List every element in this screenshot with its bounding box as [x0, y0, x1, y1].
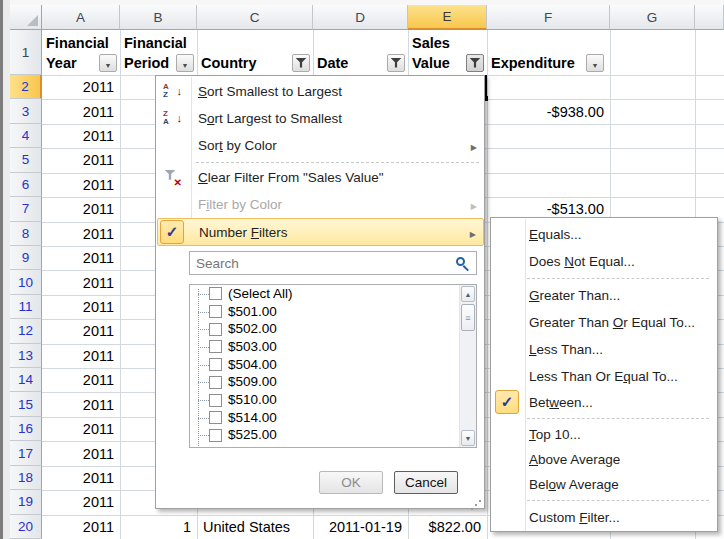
value-checkbox[interactable]: [209, 394, 222, 407]
column-header-A[interactable]: A: [42, 5, 120, 30]
scrollbar-up-button[interactable]: [461, 286, 475, 302]
filter-button-E[interactable]: [466, 54, 484, 72]
cell-A5[interactable]: 2011: [42, 148, 120, 172]
list-item-select-all[interactable]: (Select All): [190, 285, 459, 303]
menu-item-clear-filter-from-sales-value[interactable]: ✕Clear Filter From "Sales Value": [157, 164, 484, 191]
row-header-18[interactable]: 18: [10, 466, 42, 490]
submenu-item-below-average[interactable]: Below Average: [492, 471, 717, 497]
row-header-2[interactable]: 2: [10, 75, 42, 99]
submenu-item-above-average[interactable]: Above Average: [492, 446, 717, 472]
value-checkbox[interactable]: [209, 411, 222, 424]
value-checkbox[interactable]: [209, 323, 222, 336]
cell-A2[interactable]: 2011: [42, 75, 120, 99]
row-header-19[interactable]: 19: [10, 490, 42, 514]
submenu-item-greater-than-or-equal-to[interactable]: Greater Than Or Equal To...: [492, 309, 717, 335]
row-header-6[interactable]: 6: [10, 173, 42, 197]
filter-button-B[interactable]: [176, 54, 194, 72]
value-checkbox[interactable]: [209, 287, 222, 300]
submenu-item-equals[interactable]: Equals...: [492, 221, 717, 247]
header-cell-E[interactable]: SalesValue: [408, 30, 487, 75]
cell-A3[interactable]: 2011: [42, 99, 120, 123]
cell-A7[interactable]: 2011: [42, 197, 120, 221]
cell-A19[interactable]: 2011: [42, 490, 120, 514]
cell-A4[interactable]: 2011: [42, 124, 120, 148]
filter-button-F[interactable]: [586, 54, 604, 72]
row-header-3[interactable]: 3: [10, 99, 42, 123]
cell-A9[interactable]: 2011: [42, 246, 120, 270]
row-header-14[interactable]: 14: [10, 368, 42, 392]
row-header-11[interactable]: 11: [10, 295, 42, 319]
cell-A14[interactable]: 2011: [42, 368, 120, 392]
column-header-D[interactable]: D: [313, 5, 408, 30]
cell-A10[interactable]: 2011: [42, 270, 120, 294]
list-item-514-00[interactable]: $514.00: [190, 409, 459, 427]
row-header-5[interactable]: 5: [10, 148, 42, 172]
submenu-item-greater-than[interactable]: Greater Than...: [492, 282, 717, 308]
cell-A16[interactable]: 2011: [42, 417, 120, 441]
list-item-509-00[interactable]: $509.00: [190, 374, 459, 392]
row-header-9[interactable]: 9: [10, 246, 42, 270]
cell-A8[interactable]: 2011: [42, 222, 120, 246]
cell-A11[interactable]: 2011: [42, 295, 120, 319]
row-header-15[interactable]: 15: [10, 392, 42, 416]
list-item-501-00[interactable]: $501.00: [190, 303, 459, 321]
scrollbar-thumb[interactable]: [461, 304, 475, 331]
filter-button-A[interactable]: [99, 54, 117, 72]
filter-button-D[interactable]: [387, 54, 405, 72]
cell-E20[interactable]: $822.00: [408, 515, 487, 539]
header-cell-A[interactable]: FinancialYear: [42, 30, 120, 75]
row-header-4[interactable]: 4: [10, 124, 42, 148]
menu-item-number-filters[interactable]: Number Filters: [157, 218, 484, 246]
menu-item-sort-smallest-to-largest[interactable]: AZ↓Sort Smallest to Largest: [157, 78, 484, 105]
row-header-12[interactable]: 12: [10, 319, 42, 343]
header-cell-B[interactable]: FinancialPeriod: [120, 30, 197, 75]
header-cell-C[interactable]: Country: [197, 30, 313, 75]
column-header-G[interactable]: G: [610, 5, 695, 30]
value-checkbox[interactable]: [209, 340, 222, 353]
submenu-item-less-than[interactable]: Less Than...: [492, 336, 717, 362]
column-header-C[interactable]: C: [197, 5, 313, 30]
select-all-corner[interactable]: [10, 5, 42, 30]
menu-item-sort-by-color[interactable]: Sort by Color: [157, 132, 484, 159]
column-header-H[interactable]: [695, 5, 724, 30]
row-header-20[interactable]: 20: [10, 515, 42, 539]
value-checkbox[interactable]: [209, 358, 222, 371]
ok-button[interactable]: OK: [319, 471, 383, 494]
list-item-502-00[interactable]: $502.00: [190, 320, 459, 338]
cell-A20[interactable]: 2011: [42, 515, 120, 539]
submenu-item-between[interactable]: Between...: [492, 389, 717, 415]
filter-button-C[interactable]: [292, 54, 310, 72]
cell-A18[interactable]: 2011: [42, 466, 120, 490]
header-cell-F[interactable]: Expenditure: [487, 30, 607, 75]
column-header-B[interactable]: B: [120, 5, 197, 30]
cell-A12[interactable]: 2011: [42, 319, 120, 343]
list-item-525-00[interactable]: $525.00: [190, 427, 459, 445]
row-header-16[interactable]: 16: [10, 417, 42, 441]
submenu-item-less-than-or-equal-to[interactable]: Less Than Or Equal To...: [492, 363, 717, 389]
list-item-504-00[interactable]: $504.00: [190, 356, 459, 374]
value-checkbox[interactable]: [209, 429, 222, 442]
column-header-E[interactable]: E: [408, 5, 487, 30]
list-scrollbar[interactable]: [459, 285, 476, 447]
cell-F3[interactable]: -$938.00: [487, 99, 610, 123]
submenu-item-does-not-equal[interactable]: Does Not Equal...: [492, 248, 717, 274]
value-checkbox[interactable]: [209, 305, 222, 318]
cell-C20[interactable]: United States: [197, 515, 313, 539]
cancel-button[interactable]: Cancel: [394, 471, 458, 494]
list-item-503-00[interactable]: $503.00: [190, 338, 459, 356]
row-header-1[interactable]: 1: [10, 30, 42, 75]
list-item-partial[interactable]: [190, 444, 459, 448]
cell-B20[interactable]: 1: [120, 515, 197, 539]
row-header-7[interactable]: 7: [10, 197, 42, 221]
cell-A6[interactable]: 2011: [42, 173, 120, 197]
row-header-17[interactable]: 17: [10, 441, 42, 465]
cell-A17[interactable]: 2011: [42, 441, 120, 465]
header-cell-D[interactable]: Date: [313, 30, 408, 75]
search-input[interactable]: [189, 251, 477, 275]
row-header-10[interactable]: 10: [10, 270, 42, 294]
list-item-510-00[interactable]: $510.00: [190, 391, 459, 409]
cell-A13[interactable]: 2011: [42, 344, 120, 368]
submenu-item-top-10[interactable]: Top 10...: [492, 421, 717, 447]
menu-item-sort-largest-to-smallest[interactable]: ZA↓Sort Largest to Smallest: [157, 105, 484, 132]
value-checkbox[interactable]: [209, 376, 222, 389]
